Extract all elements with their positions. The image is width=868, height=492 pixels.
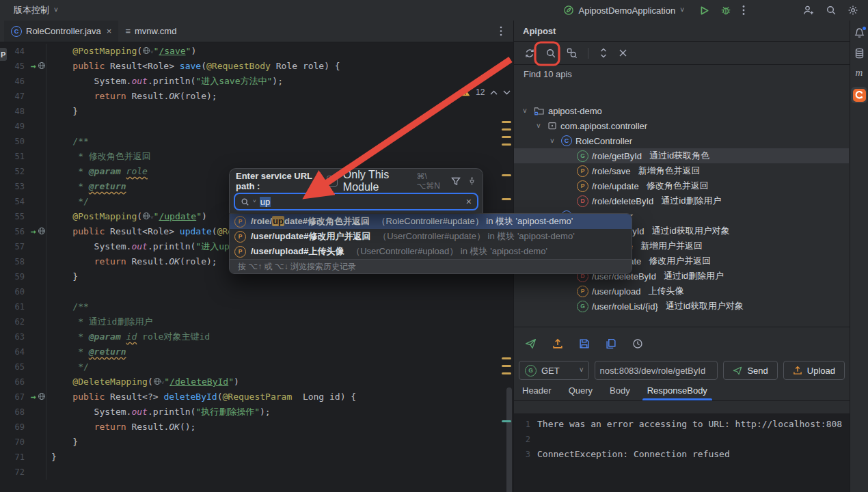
tree-desc: 上传头像 bbox=[649, 285, 684, 297]
debug-button[interactable] bbox=[720, 5, 731, 16]
tab-options-kebab-icon[interactable] bbox=[500, 26, 502, 36]
code-text: * @param role bbox=[46, 164, 148, 179]
line-number: 70 bbox=[0, 435, 25, 450]
api-tree-row[interactable]: P/user/upload上传头像 bbox=[514, 284, 849, 299]
search-history-chevron-icon[interactable]: ˅ bbox=[253, 199, 256, 204]
line-number: 62 bbox=[0, 314, 25, 329]
run-api-arrow-icon[interactable]: → bbox=[31, 390, 36, 405]
tree-desc: 新增角色并返回 bbox=[638, 165, 700, 177]
tab-mvnw[interactable]: ≡ mvnw.cmd bbox=[118, 20, 183, 42]
search-result-row[interactable]: P/user/upload#上传头像 （UserController#uploa… bbox=[230, 244, 632, 259]
url-globe-icon[interactable]: ˅ bbox=[153, 377, 165, 387]
add-user-icon[interactable] bbox=[802, 5, 815, 16]
tree-desc: 新增用户并返回 bbox=[640, 240, 703, 252]
line-number: 57 bbox=[0, 239, 25, 254]
line-number: 47 bbox=[0, 89, 25, 104]
tab-query[interactable]: Query bbox=[569, 381, 593, 400]
upload-button[interactable]: Upload bbox=[783, 361, 845, 380]
globe-icon[interactable] bbox=[38, 390, 46, 405]
close-icon[interactable]: × bbox=[107, 26, 112, 36]
collapse-all-icon[interactable] bbox=[619, 49, 627, 57]
response-body[interactable]: 1There was an error accessing to URL: ht… bbox=[514, 413, 850, 492]
line-number: 52 bbox=[0, 164, 25, 179]
url-globe-icon[interactable]: ˅ bbox=[142, 46, 154, 56]
gutter bbox=[26, 465, 46, 480]
search-module-icon[interactable] bbox=[567, 48, 578, 59]
result-main-text: /role/update#修改角色并返回 bbox=[251, 215, 370, 228]
warning-count: 12 bbox=[476, 87, 485, 97]
code-text: } bbox=[46, 104, 78, 119]
chevron-down-icon[interactable]: ˅ bbox=[523, 107, 530, 115]
docs-icon[interactable] bbox=[606, 338, 616, 349]
more-actions-kebab-icon[interactable] bbox=[742, 5, 745, 16]
search-everywhere-icon[interactable] bbox=[826, 5, 837, 16]
gutter bbox=[26, 435, 46, 450]
history-icon[interactable] bbox=[632, 338, 643, 349]
code-line: 65 */ bbox=[0, 359, 513, 374]
run-api-arrow-icon[interactable]: → bbox=[31, 224, 36, 239]
search-result-row[interactable]: P/user/update#修改用户并返回 （UserController#up… bbox=[230, 229, 632, 244]
vcs-widget[interactable]: 版本控制 ˅ bbox=[0, 4, 58, 16]
inspection-widget[interactable]: 12 bbox=[461, 87, 511, 97]
code-text: public Result<?> deleteById(@RequestPara… bbox=[46, 390, 356, 405]
api-gutter-icons[interactable]: → bbox=[26, 390, 46, 405]
api-gutter-icons[interactable]: → bbox=[26, 224, 46, 239]
search-input[interactable]: ˅ up × bbox=[234, 193, 478, 210]
gutter bbox=[26, 359, 46, 374]
run-button[interactable] bbox=[699, 5, 709, 16]
apipost-stripe-button[interactable] bbox=[851, 87, 867, 103]
save-icon[interactable] bbox=[579, 338, 590, 349]
code-line: 60 bbox=[0, 284, 513, 299]
tab-header[interactable]: Header bbox=[522, 381, 552, 400]
response-text: There was an error accessing to URL: htt… bbox=[537, 417, 842, 432]
run-config-selector[interactable]: ApipostDemoApplication ˅ bbox=[563, 5, 684, 16]
search-api-icon[interactable] bbox=[545, 48, 556, 59]
api-gutter-icons[interactable]: → bbox=[26, 59, 46, 74]
url-input[interactable]: nost:8083/dev/role/getById bbox=[595, 361, 718, 380]
send-button[interactable]: Send bbox=[723, 361, 777, 380]
api-tree-row[interactable]: P/role/update修改角色并返回 bbox=[514, 178, 849, 193]
upload-icon[interactable] bbox=[552, 338, 563, 349]
filter-funnel-icon[interactable] bbox=[451, 176, 461, 186]
tree-node[interactable]: ˅apipost-demo bbox=[514, 103, 849, 118]
globe-icon[interactable] bbox=[38, 224, 46, 239]
chevron-down-icon[interactable]: ˅ bbox=[550, 137, 558, 145]
send-icon[interactable] bbox=[525, 338, 537, 349]
maven-icon[interactable]: m bbox=[856, 68, 863, 78]
tree-node[interactable]: ˅CRoleController bbox=[514, 133, 849, 148]
database-icon[interactable] bbox=[854, 48, 865, 59]
search-result-row[interactable]: P/role/update#修改角色并返回 （RoleController#up… bbox=[230, 214, 632, 229]
pin-icon[interactable] bbox=[467, 177, 476, 186]
editor-scrollbar-thumb[interactable] bbox=[506, 387, 512, 492]
refresh-icon[interactable] bbox=[524, 48, 535, 59]
globe-icon[interactable] bbox=[38, 59, 46, 74]
tree-desc: 通过id删除用户 bbox=[664, 270, 724, 282]
stripe-mark bbox=[502, 136, 511, 138]
notifications-bell-icon[interactable] bbox=[854, 27, 865, 39]
chevron-down-icon[interactable]: ˅ bbox=[537, 122, 544, 130]
tab-rolecontroller[interactable]: C RoleController.java × bbox=[4, 20, 118, 42]
chevron-down-icon: ˅ bbox=[54, 7, 58, 14]
tree-label: /role/getById bbox=[592, 151, 642, 161]
tab-responsebody[interactable]: ResponseBody bbox=[647, 381, 707, 400]
gutter bbox=[26, 374, 46, 390]
api-tree-row[interactable]: P/role/save新增角色并返回 bbox=[514, 163, 849, 178]
clear-icon[interactable]: × bbox=[466, 196, 472, 207]
tab-body[interactable]: Body bbox=[610, 381, 630, 400]
send-label: Send bbox=[747, 366, 768, 376]
url-globe-icon[interactable]: ˅ bbox=[142, 211, 154, 221]
tree-node[interactable]: ˅com.apipost.controller bbox=[514, 118, 849, 133]
api-tree-row[interactable]: G/user/roleList/{id}通过id获取用户对象 bbox=[514, 299, 849, 314]
method-select[interactable]: G GET ˅ bbox=[519, 361, 589, 380]
run-api-arrow-icon[interactable]: → bbox=[31, 59, 36, 74]
only-this-module-checkbox[interactable] bbox=[327, 176, 338, 187]
tool-window-stripe-fragment[interactable]: P bbox=[0, 48, 7, 61]
api-tree-row[interactable]: D/role/deleteById通过id删除用户 bbox=[514, 193, 849, 208]
prev-issue-icon[interactable] bbox=[490, 90, 498, 95]
settings-gear-icon[interactable] bbox=[847, 5, 858, 16]
expand-all-icon[interactable] bbox=[599, 48, 608, 58]
next-issue-icon[interactable] bbox=[503, 90, 511, 95]
stripe-mark bbox=[502, 365, 511, 367]
line-number: 1 bbox=[514, 417, 537, 432]
api-tree-row[interactable]: G/role/getById通过id获取角色 bbox=[514, 148, 849, 163]
